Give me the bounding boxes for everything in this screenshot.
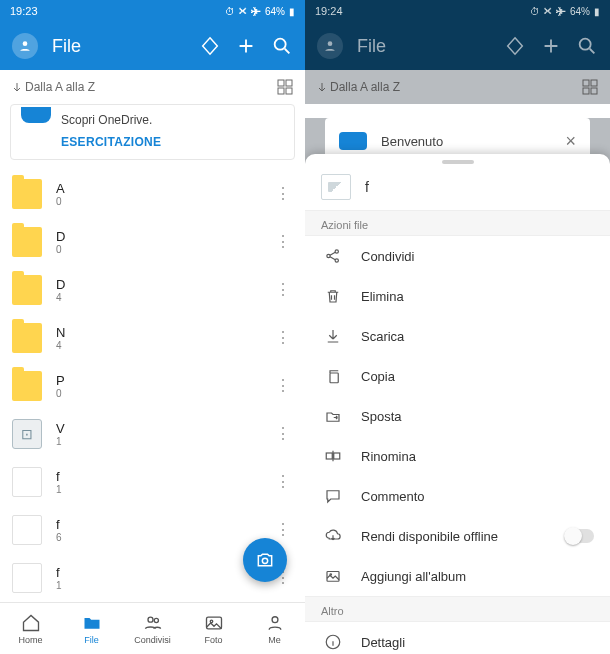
nav-home[interactable]: Home <box>0 603 61 654</box>
bottom-sheet: f Azioni file Condividi Elimina Scarica … <box>305 154 610 654</box>
action-share[interactable]: Condividi <box>305 236 610 276</box>
nav-me[interactable]: Me <box>244 603 305 654</box>
sortbar: Dalla A alla Z <box>0 70 305 104</box>
list-item[interactable]: N4⋮ <box>0 314 305 362</box>
svg-point-7 <box>148 617 153 622</box>
bottom-nav: Home File Condivisi Foto Me <box>0 602 305 654</box>
sort-button[interactable]: Dalla A alla Z <box>12 80 95 94</box>
more-icon[interactable]: ⋮ <box>273 330 293 346</box>
more-icon[interactable]: ⋮ <box>273 282 293 298</box>
account-avatar[interactable] <box>12 33 38 59</box>
action-delete[interactable]: Elimina <box>305 276 610 316</box>
onedrive-logo-icon <box>339 132 367 150</box>
appbar: File <box>0 22 305 70</box>
more-icon[interactable]: ⋮ <box>273 378 293 394</box>
appbar-title: File <box>52 36 185 57</box>
appbar: File <box>305 22 610 70</box>
close-icon: × <box>565 131 576 152</box>
share-icon <box>323 247 343 265</box>
svg-point-8 <box>154 618 158 622</box>
status-icons: ⏱ ✕ ✈ 64% ▮ <box>225 6 295 17</box>
image-thumb-icon <box>321 174 351 200</box>
statusbar: 19:24 ⏱ ✕ ✈ 64% ▮ <box>305 0 610 22</box>
svg-rect-3 <box>286 80 292 86</box>
card-text: Scopri OneDrive. <box>61 113 282 127</box>
clock: 19:23 <box>10 5 38 17</box>
search-icon[interactable] <box>271 35 293 57</box>
offline-toggle[interactable] <box>564 529 594 543</box>
onboarding-card[interactable]: Scopri OneDrive. ESERCITAZIONE <box>10 104 295 160</box>
file-icon <box>12 515 42 545</box>
action-details[interactable]: Dettagli <box>305 622 610 654</box>
sheet-header: f <box>305 170 610 210</box>
sheet-section-label: Azioni file <box>305 210 610 236</box>
svg-point-6 <box>262 558 267 563</box>
more-icon[interactable]: ⋮ <box>273 426 293 442</box>
premium-icon[interactable] <box>199 35 221 57</box>
view-toggle-icon <box>582 79 598 95</box>
sheet-section-label: Altro <box>305 596 610 622</box>
folder-icon <box>12 227 42 257</box>
file-icon <box>12 563 42 593</box>
svg-point-11 <box>272 616 278 622</box>
appbar-title: File <box>357 36 490 57</box>
svg-rect-21 <box>330 373 338 383</box>
action-offline[interactable]: Rendi disponibile offline <box>305 516 610 556</box>
svg-rect-17 <box>591 88 597 94</box>
more-icon[interactable]: ⋮ <box>273 234 293 250</box>
add-icon[interactable] <box>235 35 257 57</box>
svg-point-13 <box>580 39 591 50</box>
comment-icon <box>323 487 343 505</box>
action-rename[interactable]: Rinomina <box>305 436 610 476</box>
nav-shared[interactable]: Condivisi <box>122 603 183 654</box>
more-icon[interactable]: ⋮ <box>273 186 293 202</box>
list-item[interactable]: D0⋮ <box>0 218 305 266</box>
svg-rect-14 <box>583 80 589 86</box>
more-icon[interactable]: ⋮ <box>273 474 293 490</box>
list-item[interactable]: A0⋮ <box>0 170 305 218</box>
camera-fab[interactable] <box>243 538 287 582</box>
action-move[interactable]: Sposta <box>305 396 610 436</box>
rename-icon <box>323 447 343 465</box>
svg-rect-4 <box>278 88 284 94</box>
svg-point-12 <box>328 41 333 46</box>
svg-point-1 <box>275 39 286 50</box>
svg-point-19 <box>335 250 338 253</box>
action-copy[interactable]: Copia <box>305 356 610 396</box>
sortbar: Dalla A alla Z <box>305 70 610 104</box>
view-toggle-icon[interactable] <box>277 79 293 95</box>
action-add-album[interactable]: Aggiungi all'album <box>305 556 610 596</box>
folder-icon <box>12 275 42 305</box>
folder-icon <box>12 371 42 401</box>
list-item[interactable]: f1⋮ <box>0 458 305 506</box>
drag-handle[interactable] <box>442 160 474 164</box>
onedrive-logo-icon <box>21 107 51 123</box>
nav-file[interactable]: File <box>61 603 122 654</box>
copy-icon <box>323 367 343 385</box>
action-comment[interactable]: Commento <box>305 476 610 516</box>
search-icon <box>576 35 598 57</box>
sheet-filename: f <box>365 179 369 195</box>
premium-icon <box>504 35 526 57</box>
list-item[interactable]: ⊡V1⋮ <box>0 410 305 458</box>
move-icon <box>323 407 343 425</box>
list-item[interactable]: D4⋮ <box>0 266 305 314</box>
svg-rect-2 <box>278 80 284 86</box>
action-download[interactable]: Scarica <box>305 316 610 356</box>
folder-icon <box>12 323 42 353</box>
status-icons: ⏱ ✕ ✈ 64% ▮ <box>530 6 600 17</box>
svg-rect-15 <box>591 80 597 86</box>
list-item[interactable]: P0⋮ <box>0 362 305 410</box>
card-cta[interactable]: ESERCITAZIONE <box>61 135 282 149</box>
nav-photos[interactable]: Foto <box>183 603 244 654</box>
statusbar: 19:23 ⏱ ✕ ✈ 64% ▮ <box>0 0 305 22</box>
more-icon[interactable]: ⋮ <box>273 522 293 538</box>
folder-icon <box>12 179 42 209</box>
download-icon <box>323 327 343 345</box>
account-avatar <box>317 33 343 59</box>
svg-rect-22 <box>326 453 332 459</box>
add-icon <box>540 35 562 57</box>
svg-point-20 <box>335 259 338 262</box>
file-icon <box>12 467 42 497</box>
offline-icon <box>323 527 343 545</box>
